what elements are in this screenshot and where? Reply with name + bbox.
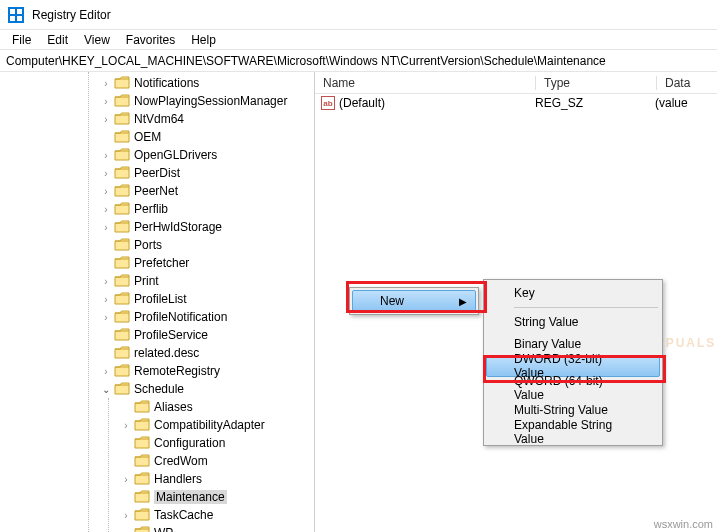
tree-item-label: ProfileList — [134, 292, 187, 306]
tree-item[interactable]: Prefetcher — [0, 254, 314, 272]
tree-item[interactable]: ›Print — [0, 272, 314, 290]
regedit-icon — [8, 7, 24, 23]
tree-item[interactable]: ›NowPlayingSessionManager — [0, 92, 314, 110]
folder-icon — [114, 346, 130, 360]
context-menu-new: New▶ — [349, 287, 479, 315]
chevron-right-icon[interactable]: › — [100, 114, 112, 125]
chevron-right-icon[interactable]: › — [100, 366, 112, 377]
tree-item[interactable]: ›PeerDist — [0, 164, 314, 182]
tree-item[interactable]: ›CompatibilityAdapter — [0, 416, 314, 434]
chevron-right-icon[interactable]: › — [100, 312, 112, 323]
chevron-right-icon[interactable]: › — [100, 222, 112, 233]
tree-item-label: Notifications — [134, 76, 199, 90]
tree-item[interactable]: ›Handlers — [0, 470, 314, 488]
chevron-right-icon[interactable]: › — [100, 186, 112, 197]
chevron-right-icon[interactable]: › — [100, 150, 112, 161]
chevron-right-icon[interactable]: › — [100, 78, 112, 89]
value-type: REG_SZ — [535, 96, 655, 110]
tree-item[interactable]: OEM — [0, 128, 314, 146]
chevron-right-icon[interactable]: › — [100, 276, 112, 287]
chevron-right-icon[interactable]: › — [100, 96, 112, 107]
tree-item-label: TaskCache — [154, 508, 213, 522]
tree-item-label: Configuration — [154, 436, 225, 450]
menu-edit[interactable]: Edit — [39, 33, 76, 47]
tree-item-label: PeerDist — [134, 166, 180, 180]
folder-icon — [114, 202, 130, 216]
tree-item[interactable]: ›ProfileList — [0, 290, 314, 308]
chevron-down-icon[interactable]: ⌄ — [100, 384, 112, 395]
ctx-item[interactable]: QWORD (64-bit) Value — [486, 377, 660, 399]
folder-icon — [114, 238, 130, 252]
tree-item-label: RemoteRegistry — [134, 364, 220, 378]
tree-item-label: Maintenance — [154, 490, 227, 504]
folder-icon — [134, 490, 150, 504]
menu-file[interactable]: File — [4, 33, 39, 47]
tree-item[interactable]: Maintenance — [0, 488, 314, 506]
tree-item[interactable]: ›NtVdm64 — [0, 110, 314, 128]
folder-icon — [114, 112, 130, 126]
folder-icon — [114, 166, 130, 180]
tree-item[interactable]: ›OpenGLDrivers — [0, 146, 314, 164]
registry-tree[interactable]: ›Notifications›NowPlayingSessionManager›… — [0, 72, 315, 532]
menu-favorites[interactable]: Favorites — [118, 33, 183, 47]
window-title: Registry Editor — [32, 8, 111, 22]
col-data[interactable]: Data — [657, 76, 717, 90]
title-bar: Registry Editor — [0, 0, 717, 30]
menu-help[interactable]: Help — [183, 33, 224, 47]
tree-item[interactable]: ›PeerNet — [0, 182, 314, 200]
tree-item-label: NowPlayingSessionManager — [134, 94, 287, 108]
tree-item[interactable]: Configuration — [0, 434, 314, 452]
tree-item[interactable]: ›ProfileNotification — [0, 308, 314, 326]
folder-icon — [114, 94, 130, 108]
chevron-right-icon[interactable]: › — [120, 510, 132, 521]
col-type[interactable]: Type — [536, 76, 656, 90]
tree-item[interactable]: WP — [0, 524, 314, 532]
tree-item[interactable]: Aliases — [0, 398, 314, 416]
address-bar[interactable]: Computer\HKEY_LOCAL_MACHINE\SOFTWARE\Mic… — [0, 50, 717, 72]
tree-item[interactable]: ›RemoteRegistry — [0, 362, 314, 380]
tree-item-label: OEM — [134, 130, 161, 144]
tree-item-label: Prefetcher — [134, 256, 189, 270]
tree-item[interactable]: ›Notifications — [0, 74, 314, 92]
tree-item[interactable]: ProfileService — [0, 326, 314, 344]
folder-icon — [114, 184, 130, 198]
chevron-right-icon[interactable]: › — [120, 474, 132, 485]
svg-rect-1 — [17, 9, 22, 14]
tree-item-label: related.desc — [134, 346, 199, 360]
tree-item-label: Aliases — [154, 400, 193, 414]
chevron-right-icon[interactable]: › — [120, 420, 132, 431]
folder-icon — [114, 328, 130, 342]
tree-item-label: Handlers — [154, 472, 202, 486]
col-name[interactable]: Name — [315, 76, 535, 90]
folder-icon — [134, 508, 150, 522]
folder-icon — [114, 148, 130, 162]
value-name: (Default) — [339, 96, 535, 110]
menu-bar: File Edit View Favorites Help — [0, 30, 717, 50]
list-header: Name Type Data — [315, 72, 717, 94]
tree-item[interactable]: related.desc — [0, 344, 314, 362]
ctx-item[interactable]: Key — [486, 282, 660, 304]
tree-item-label: PeerNet — [134, 184, 178, 198]
tree-item[interactable]: CredWom — [0, 452, 314, 470]
tree-item[interactable]: ›PerHwIdStorage — [0, 218, 314, 236]
tree-item-label: Perflib — [134, 202, 168, 216]
ctx-item[interactable]: String Value — [486, 311, 660, 333]
tree-item-label: Print — [134, 274, 159, 288]
tree-item[interactable]: ›Perflib — [0, 200, 314, 218]
tree-item[interactable]: ›TaskCache — [0, 506, 314, 524]
chevron-right-icon[interactable]: › — [100, 294, 112, 305]
value-list[interactable]: Name Type Data ab(Default)REG_SZ(value A… — [315, 72, 717, 532]
svg-rect-3 — [17, 16, 22, 21]
value-row[interactable]: ab(Default)REG_SZ(value — [315, 94, 717, 112]
chevron-right-icon[interactable]: › — [100, 204, 112, 215]
chevron-right-icon[interactable]: › — [100, 168, 112, 179]
tree-item[interactable]: ⌄Schedule — [0, 380, 314, 398]
folder-icon — [114, 130, 130, 144]
chevron-right-icon: ▶ — [459, 296, 467, 307]
tree-item[interactable]: Ports — [0, 236, 314, 254]
ctx-item-new[interactable]: New▶ — [352, 290, 476, 312]
context-menu-new-types: KeyString ValueBinary ValueDWORD (32-bit… — [483, 279, 663, 446]
ctx-item[interactable]: Expandable String Value — [486, 421, 660, 443]
menu-view[interactable]: View — [76, 33, 118, 47]
menu-separator — [514, 307, 658, 308]
